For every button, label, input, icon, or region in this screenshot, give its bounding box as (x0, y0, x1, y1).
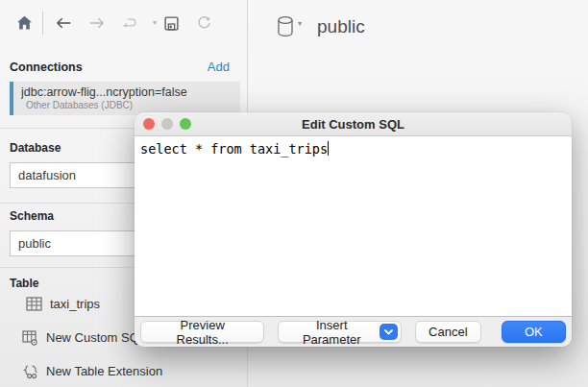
window-controls (143, 118, 191, 130)
minimize-window-button[interactable] (161, 118, 173, 130)
table-extension-icon (22, 363, 38, 379)
insert-parameter-label: Insert Parameter (289, 318, 374, 347)
forward-arrow-icon (88, 15, 105, 32)
back-arrow-icon (56, 15, 72, 32)
preview-results-button[interactable]: Preview Results... (140, 321, 264, 343)
caret-down-icon: ▾ (153, 19, 157, 27)
new-table-extension-item[interactable]: New Table Extension (22, 363, 162, 379)
table-label: Table (10, 277, 38, 290)
undo-group: ▾ (116, 11, 159, 36)
refresh-button[interactable] (191, 11, 216, 36)
insert-parameter-button[interactable]: Insert Parameter (278, 321, 402, 343)
ok-button[interactable]: OK (502, 321, 566, 343)
connections-label: Connections (10, 60, 83, 74)
refresh-icon (196, 15, 212, 32)
table-grid-icon (26, 296, 42, 312)
home-icon (16, 15, 33, 32)
cancel-button[interactable]: Cancel (415, 321, 480, 343)
new-custom-sql-label: New Custom SQL (46, 330, 146, 345)
toolbar: ▾ (0, 0, 247, 46)
connections-header: Connections Add (0, 46, 247, 82)
sql-text: select * from taxi_trips (140, 141, 328, 157)
text-cursor (328, 141, 329, 156)
dialog-footer: Preview Results... Insert Parameter Canc… (135, 317, 572, 347)
new-custom-sql-item[interactable]: New Custom SQL (22, 329, 146, 346)
table-name: taxi_trips (50, 297, 100, 311)
database-cylinder-icon (275, 14, 296, 39)
add-connection-link[interactable]: Add (208, 60, 230, 74)
custom-sql-icon (22, 329, 38, 346)
caret-down-icon: ▾ (298, 20, 302, 28)
back-button[interactable] (51, 11, 76, 36)
zoom-window-button[interactable] (180, 118, 191, 130)
toolbar-divider (42, 12, 43, 35)
undo-arrow-icon (121, 15, 137, 32)
dialog-title: Edit Custom SQL (135, 117, 572, 132)
close-window-button[interactable] (143, 118, 155, 130)
edit-custom-sql-dialog: Edit Custom SQL select * from taxi_trips… (135, 112, 572, 347)
sql-editor[interactable]: select * from taxi_trips (135, 136, 572, 317)
schema-label: Schema (10, 209, 54, 223)
connection-type: Other Databases (JDBC) (21, 100, 234, 110)
connection-item[interactable]: jdbc:arrow-flig...ncryption=false Other … (10, 82, 240, 115)
table-row-taxi-trips[interactable]: taxi_trips (26, 296, 100, 312)
save-icon (163, 15, 180, 32)
chevron-down-icon (380, 324, 398, 340)
database-select-value: datafusion (18, 168, 76, 182)
schema-select-value: public (18, 236, 51, 251)
page-title: public (317, 16, 365, 37)
new-table-extension-label: New Table Extension (46, 364, 162, 378)
home-button[interactable] (12, 11, 37, 36)
schema-dropdown-button[interactable]: ▾ (275, 14, 302, 39)
undo-menu-button[interactable]: ▾ (149, 11, 159, 36)
forward-button[interactable] (84, 11, 109, 36)
undo-button[interactable] (116, 11, 141, 36)
connection-name: jdbc:arrow-flig...ncryption=false (21, 85, 234, 99)
database-label: Database (10, 141, 61, 155)
main-header: ▾ public (248, 0, 588, 53)
dialog-titlebar[interactable]: Edit Custom SQL (135, 112, 572, 136)
save-button[interactable] (159, 11, 184, 36)
